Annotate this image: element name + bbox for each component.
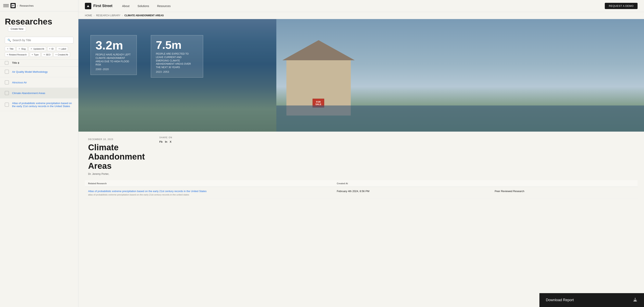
title-column-label: Title [12,61,17,64]
title-line1: Climate [88,143,119,152]
stat-desc-2: PEOPLE ARE EXPECTED TO LEAVE CURRENT AND… [156,52,192,69]
table-row[interactable]: Air Quality Model Methodology [0,66,78,77]
table-row-active[interactable]: Climate Abandonment Areas [0,88,78,98]
filter-label: Updated At [33,48,44,50]
download-section[interactable]: Download Report [540,293,644,307]
stat-card-right: 7.5m PEOPLE ARE EXPECTED TO LEAVE CURREN… [151,35,203,77]
filter-created-at[interactable]: + Created At [54,52,70,57]
filter-title[interactable]: ✕ Title [5,46,15,51]
filter-related-research[interactable]: + Related Research [5,52,28,57]
download-label: Download Report [546,298,574,302]
table-area: Title Air Quality Model Methodology Atro… [0,59,78,307]
filter-updated-at[interactable]: ✕ Updated At [28,46,46,51]
research-table-row[interactable]: Atlas of probabilistic extreme precipita… [85,187,638,199]
breadcrumb-separator: / [17,4,18,7]
share-linkedin[interactable]: In [165,140,167,143]
research-title-cell: Atlas of probabilistic extreme precipita… [85,187,334,199]
filter-label: SEO [46,53,50,56]
title-line2: Abandonment [88,152,145,161]
remove-icon: ✕ [7,47,9,50]
share-twitter[interactable]: X [170,140,172,143]
row-title-link[interactable]: Atlas of probabilistic extreme precipita… [12,102,74,108]
research-slug: atlas-of-probabilistic-extreme-precipita… [88,194,330,196]
filter-id[interactable]: + ID [47,46,56,51]
nav-about[interactable]: About [122,4,130,8]
site-logo: First Street [85,3,112,9]
nav-resources[interactable]: Resources [157,4,170,8]
research-date-cell: February 4th 2024, 8:56 PM [334,187,492,199]
filter-slug[interactable]: ✕ Slug [16,46,27,51]
col-created-at: Created At [334,180,492,187]
request-demo-button[interactable]: REQUEST A DEMO [605,3,638,9]
row-title-link[interactable]: Atrocious Air [12,81,27,84]
download-icon [633,297,638,303]
logo-icon [85,3,91,9]
content-area: FORSALE 3.2m PEOPLE HAVE ALREADY LEFT CL… [78,19,644,307]
breadcrumb-library[interactable]: RESEARCH LIBRARY [96,14,120,17]
stat-desc-1: PEOPLE HAVE ALREADY LEFT CLIMATE ABANDON… [96,53,132,66]
stat-number-2: 7.5m [156,39,198,51]
row-checkbox[interactable] [5,80,9,84]
filter-label: ID [51,48,54,50]
search-input[interactable] [12,38,71,42]
site-nav: First Street About Solutions Resources R… [78,0,644,12]
filter-seo[interactable]: + SEO [42,52,52,57]
search-area: 🔍 [0,35,78,46]
select-all-checkbox[interactable] [5,61,10,65]
col-related-research: Related Research [85,180,334,187]
article-date: DECEMBER 18, 2023 [88,138,145,140]
filter-label: Slug [21,48,26,50]
nav-solutions[interactable]: Solutions [138,4,149,8]
filter-type[interactable]: + Type [30,52,40,57]
research-table: Related Research Created At Atlas of pro… [85,180,638,199]
svg-rect-1 [12,5,14,5]
svg-rect-2 [12,6,14,6]
breadcrumb-home[interactable]: HOME [85,14,92,17]
left-panel: / Researches Researches Create New 🔍 ✕ T… [0,0,78,307]
sort-arrows [18,62,19,64]
nav-links: About Solutions Resources [122,4,605,8]
breadcrumb-sep-2: › [122,14,123,17]
sort-up-icon [18,62,19,63]
page-title-area: Researches Create New [0,11,78,35]
add-icon: + [55,53,57,56]
filter-label[interactable]: + Label [56,46,68,51]
hamburger-menu[interactable] [3,3,9,8]
filter-label: Title [10,48,14,50]
research-title-link[interactable]: Atlas of probabilistic extreme precipita… [88,190,206,193]
row-title-link[interactable]: Climate Abandonment Areas [12,92,45,95]
row-checkbox[interactable] [5,70,9,74]
share-section: SHARE ON Fb In X [154,132,178,180]
article-title: Climate Abandonment Areas [88,143,145,171]
research-section: Related Research Created At Atlas of pro… [78,180,644,223]
filter-label-text: Label [61,48,66,50]
add-icon: + [44,53,45,56]
stat-card-left: 3.2m PEOPLE HAVE ALREADY LEFT CLIMATE AB… [90,35,137,75]
house-scene: FORSALE [276,19,644,132]
table-row[interactable]: Atlas of probabilistic extreme precipita… [0,98,78,111]
row-title-link[interactable]: Air Quality Model Methodology [12,70,48,73]
row-checkbox[interactable] [5,91,9,95]
create-new-button[interactable]: Create New [8,26,26,31]
site-logo-text: First Street [93,4,112,8]
svg-rect-0 [12,4,15,7]
stat-range-2: 2023 -2053 [156,70,198,73]
row-checkbox[interactable] [5,103,9,107]
title-column-header[interactable]: Title [12,61,19,64]
breadcrumb-link[interactable]: Researches [20,4,34,7]
filter-label: Created At [58,53,68,56]
add-icon: + [58,47,60,50]
breadcrumb-sep-1: › [94,14,94,17]
filter-label: Type [34,53,38,56]
share-label: SHARE ON [159,136,172,139]
right-panel: First Street About Solutions Resources R… [78,0,644,307]
add-icon: + [7,53,8,56]
filters-area: ✕ Title ✕ Slug ✕ Updated At + ID + Label… [0,46,78,59]
hero-section: FORSALE 3.2m PEOPLE HAVE ALREADY LEFT CL… [78,19,644,132]
table-row[interactable]: Atrocious Air [0,77,78,88]
stat-range-1: 2000 -2020 [96,68,132,71]
article-author: Dr. Jeremy Porter, [88,172,145,175]
col-type [492,180,638,187]
article-body: DECEMBER 18, 2023 Climate Abandonment Ar… [78,132,644,180]
share-facebook[interactable]: Fb [159,140,162,143]
